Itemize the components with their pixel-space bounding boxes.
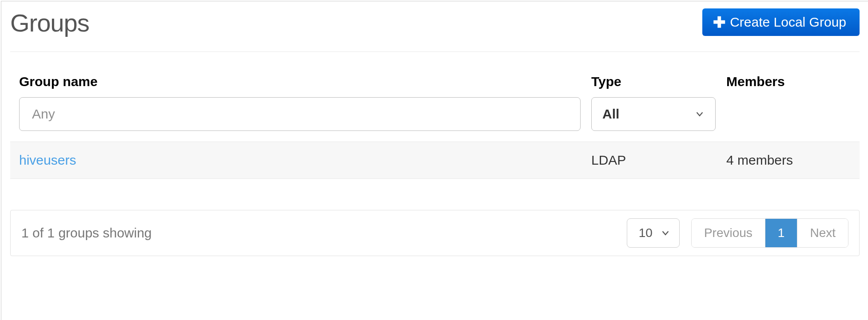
plus-icon: ✚: [713, 15, 725, 30]
group-type-value: LDAP: [591, 153, 716, 168]
type-filter-dropdown[interactable]: All: [591, 97, 716, 131]
chevron-down-icon: [695, 109, 705, 119]
create-button-label: Create Local Group: [730, 15, 846, 30]
page-title: Groups: [10, 8, 89, 37]
groups-page: Groups ✚ Create Local Group Group name T…: [1, 1, 868, 320]
table-footer: 1 of 1 groups showing 10 Previous 1 Next: [10, 210, 860, 256]
next-page-button[interactable]: Next: [797, 219, 848, 247]
chevron-down-icon: [661, 228, 670, 238]
pagination-controls: 10 Previous 1 Next: [627, 218, 848, 248]
table-filter-header: Group name Type All Members: [10, 74, 860, 142]
type-column-label: Type: [591, 74, 716, 89]
page-size-value: 10: [639, 226, 653, 240]
results-count-label: 1 of 1 groups showing: [21, 225, 152, 241]
group-name-column-label: Group name: [19, 74, 581, 89]
create-local-group-button[interactable]: ✚ Create Local Group: [702, 8, 860, 36]
table-row: hiveusers LDAP 4 members: [10, 142, 860, 179]
page-header: Groups ✚ Create Local Group: [10, 8, 860, 52]
group-name-link[interactable]: hiveusers: [19, 153, 581, 168]
group-members-value: 4 members: [726, 153, 851, 168]
type-filter-value: All: [602, 107, 619, 122]
pagination: Previous 1 Next: [691, 218, 848, 248]
members-column-label: Members: [726, 74, 851, 89]
current-page-button[interactable]: 1: [765, 219, 797, 247]
previous-page-button[interactable]: Previous: [692, 219, 765, 247]
column-members: Members: [726, 74, 851, 97]
group-name-filter-input[interactable]: [19, 97, 581, 131]
column-type: Type All: [591, 74, 716, 131]
column-group-name: Group name: [19, 74, 581, 131]
page-size-dropdown[interactable]: 10: [627, 218, 680, 248]
